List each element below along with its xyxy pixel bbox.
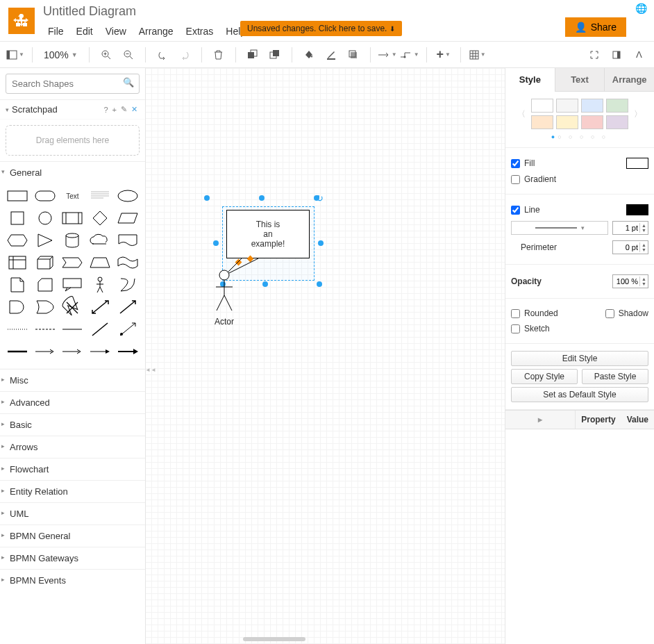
menu-arrange[interactable]: Arrange (133, 23, 180, 40)
shape-connector-thick[interactable] (4, 342, 31, 361)
copy-style-button[interactable]: Copy Style (511, 369, 578, 384)
shape-line-dotted[interactable] (4, 320, 31, 339)
shape-trapezoid[interactable] (87, 253, 113, 272)
swatch[interactable] (531, 99, 553, 113)
shape-tape[interactable] (115, 253, 141, 272)
shape-hexagon[interactable] (4, 231, 31, 250)
scratchpad-drop[interactable]: Drag elements here (6, 125, 140, 156)
line-color-swatch[interactable] (626, 204, 648, 215)
shape-or[interactable] (32, 297, 58, 317)
paste-style-button[interactable]: Paste Style (582, 369, 648, 384)
note-shape[interactable]: This is an example! (226, 210, 310, 258)
collapse-left-icon[interactable]: ◄◄ (146, 367, 156, 373)
gradient-checkbox[interactable] (511, 175, 520, 184)
shape-connector-arrow-open2[interactable] (60, 342, 86, 361)
shape-note[interactable] (4, 275, 31, 295)
shape-callout[interactable] (60, 275, 86, 295)
shape-internal[interactable] (4, 253, 31, 272)
menu-edit[interactable]: Edit (70, 23, 99, 40)
swatch-paging[interactable]: ●○ ○ ○ ○ ○ (511, 129, 648, 140)
page-title[interactable]: Untitled Diagram (43, 4, 136, 19)
shape-bidir-arrow[interactable] (87, 297, 113, 317)
to-front-icon[interactable] (243, 45, 262, 65)
fullscreen-icon[interactable] (585, 45, 604, 65)
zoom-out-icon[interactable] (119, 45, 138, 65)
view-sidebar-icon[interactable]: ▼ (6, 45, 25, 65)
fill-color-swatch[interactable] (626, 158, 648, 169)
category-advanced[interactable]: Advanced (0, 391, 145, 413)
swatch-prev-icon[interactable]: 〈 (514, 106, 528, 123)
sketch-checkbox[interactable] (511, 324, 520, 333)
rounded-checkbox[interactable] (511, 309, 520, 318)
zoom-level[interactable]: 100%▼ (40, 49, 82, 60)
format-panel-icon[interactable] (607, 45, 626, 65)
language-icon[interactable]: 🌐 (635, 3, 647, 14)
shape-cube[interactable] (32, 253, 58, 272)
shape-connector-arrow-solid[interactable] (87, 342, 113, 361)
shape-rounded-rect[interactable] (32, 186, 58, 206)
shape-document[interactable] (115, 231, 141, 250)
fill-color-icon[interactable] (299, 45, 319, 65)
shape-link[interactable] (115, 320, 141, 339)
fill-checkbox[interactable] (511, 159, 520, 168)
scratchpad-edit-icon[interactable]: ✎ (119, 105, 129, 114)
shape-parallelogram[interactable] (115, 208, 141, 228)
shape-connector-arrow-solid2[interactable] (115, 342, 141, 361)
shape-text[interactable]: Text (60, 186, 86, 206)
swatch-next-icon[interactable]: 〉 (631, 106, 645, 123)
line-width-input[interactable]: ▲▼ (612, 221, 648, 235)
horizontal-scrollbar[interactable] (243, 637, 305, 641)
scratchpad-close-icon[interactable]: ✕ (129, 105, 140, 114)
shape-curve[interactable] (115, 275, 141, 295)
shape-ellipse[interactable] (115, 186, 141, 206)
properties-header[interactable]: ▸ Property Value (505, 410, 654, 429)
category-general[interactable]: General (0, 161, 145, 183)
swatch[interactable] (606, 99, 628, 113)
shape-card[interactable] (32, 275, 58, 295)
shape-actor[interactable] (87, 275, 113, 295)
handle-w[interactable] (213, 240, 219, 246)
line-style-select[interactable] (511, 221, 608, 235)
menu-view[interactable]: View (99, 23, 133, 40)
handle-nw[interactable] (204, 195, 210, 201)
line-color-icon[interactable] (321, 45, 341, 65)
category-bpmn-events[interactable]: BPMN Events (0, 569, 145, 591)
shadow-checkbox[interactable] (605, 309, 614, 318)
swatch[interactable] (556, 115, 578, 129)
perimeter-input[interactable]: ▲▼ (612, 240, 648, 254)
scratchpad-add-icon[interactable]: + (110, 106, 119, 114)
shape-datastore[interactable] (60, 297, 86, 317)
swatch[interactable] (556, 99, 578, 113)
shape-cylinder[interactable] (60, 231, 86, 250)
canvas-area[interactable]: ◄◄ This is an example! ↻ Actor (146, 68, 505, 644)
handle-e[interactable] (318, 240, 324, 246)
category-basic[interactable]: Basic (0, 413, 145, 436)
swatch[interactable] (531, 115, 553, 129)
shape-circle[interactable] (32, 208, 58, 228)
category-uml[interactable]: UML (0, 502, 145, 525)
menu-extras[interactable]: Extras (180, 23, 220, 40)
shape-and[interactable] (4, 297, 31, 317)
handle-se[interactable] (317, 281, 322, 287)
shape-triangle[interactable] (32, 231, 58, 250)
shape-line[interactable] (60, 320, 86, 339)
tab-arrange[interactable]: Arrange (604, 68, 654, 92)
table-icon[interactable]: ▼ (468, 45, 487, 65)
shape-connector-arrow-open[interactable] (32, 342, 58, 361)
add-icon[interactable]: +▼ (434, 45, 453, 65)
line-checkbox[interactable] (511, 206, 520, 215)
to-back-icon[interactable] (265, 45, 285, 65)
waypoints-icon[interactable]: ▼ (400, 45, 419, 65)
shape-step[interactable] (60, 253, 86, 272)
zoom-in-icon[interactable] (97, 45, 116, 65)
handle-n[interactable] (259, 195, 265, 201)
actor-shape[interactable] (214, 270, 235, 313)
shape-square[interactable] (4, 208, 31, 228)
category-flowchart[interactable]: Flowchart (0, 458, 145, 480)
shape-textbox[interactable] (87, 186, 113, 206)
line-width-value[interactable] (613, 224, 639, 232)
handle-ne[interactable] (314, 195, 319, 201)
shape-line-dashed[interactable] (32, 320, 58, 339)
tab-style[interactable]: Style (505, 68, 555, 92)
connection-icon[interactable]: ▼ (378, 45, 397, 65)
